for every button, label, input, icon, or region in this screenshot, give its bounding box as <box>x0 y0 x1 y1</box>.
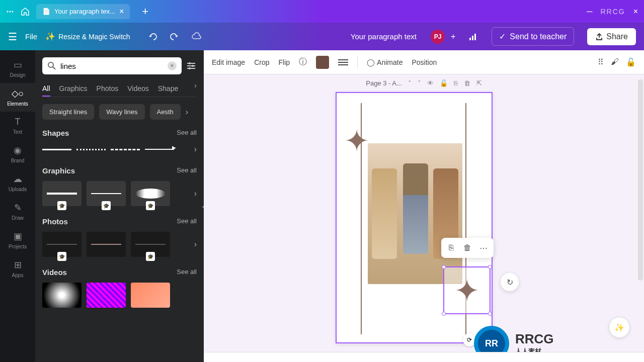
resize-handle[interactable] <box>442 265 446 269</box>
canvas-viewport[interactable]: Page 3 - A... ˄ ˅ 👁 🔓 ⎘ 🗑 ⇱ ✦ <box>204 74 644 352</box>
nav-label: Uploads <box>9 187 27 192</box>
nav-design[interactable]: ▭ Design <box>0 54 35 83</box>
duplicate-icon[interactable]: ⎘ <box>444 241 458 255</box>
trash-icon[interactable]: 🗑 <box>460 241 474 255</box>
add-user-icon[interactable]: + <box>451 32 455 41</box>
sparkle-graphic[interactable]: ✦ <box>344 123 369 158</box>
document-title[interactable]: Your paragraph text <box>351 32 417 41</box>
chevron-right-icon[interactable]: › <box>194 189 197 198</box>
document-tab[interactable]: 📄 Your paragraph tex... × <box>36 4 130 19</box>
ai-assistant-button[interactable]: ✨ <box>609 317 630 338</box>
resize-magic-button[interactable]: ✨ Resize & Magic Switch <box>45 32 130 41</box>
home-icon[interactable] <box>20 7 30 17</box>
projects-icon: ▣ <box>14 231 22 242</box>
video-item[interactable] <box>131 283 170 308</box>
photo-item[interactable]: 🎓 <box>131 232 170 257</box>
elements-panel: × All Graphics Photos Videos Shape › Str… <box>35 50 204 362</box>
new-tab-button[interactable]: + <box>142 5 148 18</box>
chevron-right-icon[interactable]: › <box>194 240 197 249</box>
chevron-up-icon[interactable]: ˄ <box>408 79 412 87</box>
flip-button[interactable]: Flip <box>279 58 290 66</box>
edit-image-button[interactable]: Edit image <box>212 58 245 66</box>
shape-line-arrow[interactable] <box>145 143 174 155</box>
chevron-right-icon[interactable]: › <box>194 81 197 97</box>
tab-shapes[interactable]: Shape <box>158 81 178 97</box>
hide-page-icon[interactable]: 👁 <box>427 79 434 87</box>
export-page-icon[interactable]: ⇱ <box>476 79 482 87</box>
tab-videos[interactable]: Videos <box>127 81 149 97</box>
more-icon[interactable]: ⋯ <box>476 241 491 255</box>
user-avatar[interactable]: PJ <box>431 30 445 44</box>
filter-icon[interactable] <box>186 57 197 74</box>
chevron-right-icon[interactable]: › <box>186 104 188 120</box>
insights-icon[interactable] <box>467 32 477 42</box>
minimize-icon[interactable]: ─ <box>587 7 592 16</box>
delete-page-icon[interactable]: 🗑 <box>464 79 470 87</box>
share-button[interactable]: Share <box>587 28 636 45</box>
design-page[interactable]: ✦ ✦ <box>336 92 493 343</box>
fill-color-swatch[interactable] <box>316 56 329 69</box>
chevron-right-icon[interactable]: › <box>194 145 197 154</box>
rotate-handle[interactable]: ⟳ <box>463 333 476 346</box>
resize-handle[interactable] <box>488 265 492 269</box>
transparency-icon[interactable]: ⠿ <box>598 57 604 67</box>
nav-uploads[interactable]: ☁ Uploads <box>0 168 35 197</box>
see-all-graphics[interactable]: See all <box>177 166 197 175</box>
stroke-style-button[interactable] <box>338 59 348 65</box>
redo-button[interactable] <box>169 32 179 42</box>
resize-handle[interactable] <box>442 312 446 316</box>
see-all-videos[interactable]: See all <box>177 268 197 277</box>
tab-all[interactable]: All <box>42 81 50 97</box>
copy-style-icon[interactable]: 🖌 <box>611 57 619 67</box>
search-box[interactable]: × <box>42 57 182 74</box>
scrollbar[interactable] <box>638 79 643 281</box>
duplicate-page-icon[interactable]: ⎘ <box>454 79 458 87</box>
position-button[interactable]: Position <box>412 58 437 66</box>
nav-elements[interactable]: ◇○ Elements <box>0 83 35 112</box>
close-icon[interactable]: × <box>119 7 124 16</box>
file-menu[interactable]: File <box>25 32 37 41</box>
undo-button[interactable] <box>148 32 158 42</box>
search-input[interactable] <box>60 62 168 70</box>
info-icon[interactable]: ⓘ <box>299 57 307 67</box>
clear-search-icon[interactable]: × <box>168 61 177 70</box>
close-window-icon[interactable]: × <box>633 7 638 16</box>
lock-icon[interactable]: 🔓 <box>626 57 636 67</box>
graphic-item[interactable]: 🎓 <box>42 181 82 206</box>
nav-projects[interactable]: ▣ Projects <box>0 226 35 254</box>
photo-item[interactable]: 🎓 <box>42 232 82 257</box>
nav-draw[interactable]: ✎ Draw <box>0 197 35 226</box>
video-item[interactable] <box>42 283 82 308</box>
tab-title: Your paragraph tex... <box>54 8 115 15</box>
graphic-item[interactable]: 🎓 <box>87 181 126 206</box>
chip-aesthetic[interactable]: Aesth <box>150 104 181 120</box>
chip-straight-lines[interactable]: Straight lines <box>42 104 94 120</box>
app-menu-icon[interactable] <box>6 8 14 16</box>
hamburger-icon[interactable]: ☰ <box>8 31 17 43</box>
tab-graphics[interactable]: Graphics <box>59 81 88 97</box>
tab-photos[interactable]: Photos <box>97 81 119 97</box>
nav-brand[interactable]: ◉ Brand <box>0 140 35 168</box>
selected-element[interactable]: ✦ <box>443 266 491 314</box>
crop-button[interactable]: Crop <box>254 58 269 66</box>
photo-item[interactable] <box>87 232 126 257</box>
send-to-teacher-button[interactable]: ✓ Send to teacher <box>492 27 574 46</box>
see-all-shapes[interactable]: See all <box>177 129 197 137</box>
chevron-down-icon[interactable]: ˅ <box>418 79 421 87</box>
panel-collapse-handle[interactable] <box>200 191 204 221</box>
nav-apps[interactable]: ⊞ Apps <box>0 254 35 283</box>
regenerate-icon[interactable]: ↻ <box>501 273 519 291</box>
resize-handle[interactable] <box>488 312 492 316</box>
graphic-item[interactable]: 🎓 <box>131 181 170 206</box>
animate-button[interactable]: ◯ Animate <box>367 58 403 66</box>
lock-page-icon[interactable]: 🔓 <box>440 79 448 87</box>
shape-line-dashed[interactable] <box>111 143 140 155</box>
nav-text[interactable]: T Text <box>0 112 35 140</box>
cloud-sync-icon[interactable] <box>191 31 202 42</box>
chip-wavy-lines[interactable]: Wavy lines <box>99 104 144 120</box>
video-item[interactable] <box>87 283 126 308</box>
see-all-photos[interactable]: See all <box>177 217 197 226</box>
shape-line-dotted[interactable] <box>76 143 106 155</box>
shape-line-solid[interactable] <box>42 143 71 155</box>
photo-element[interactable] <box>368 143 462 284</box>
